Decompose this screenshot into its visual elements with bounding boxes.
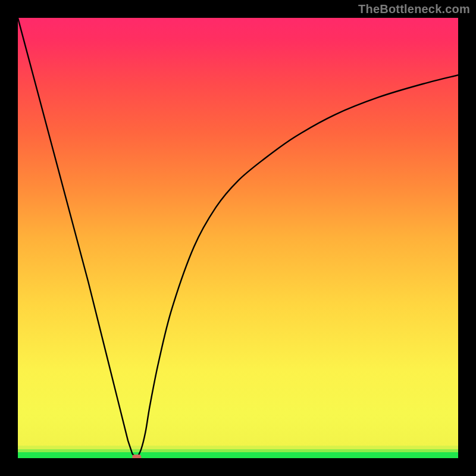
outer-frame: TheBottleneck.com bbox=[0, 0, 476, 476]
curve-right-branch bbox=[137, 75, 458, 458]
curve-left-branch bbox=[18, 18, 137, 458]
attribution-label: TheBottleneck.com bbox=[358, 2, 470, 16]
chart-svg bbox=[18, 18, 458, 458]
min-marker bbox=[132, 455, 141, 458]
plot-area bbox=[18, 18, 458, 458]
